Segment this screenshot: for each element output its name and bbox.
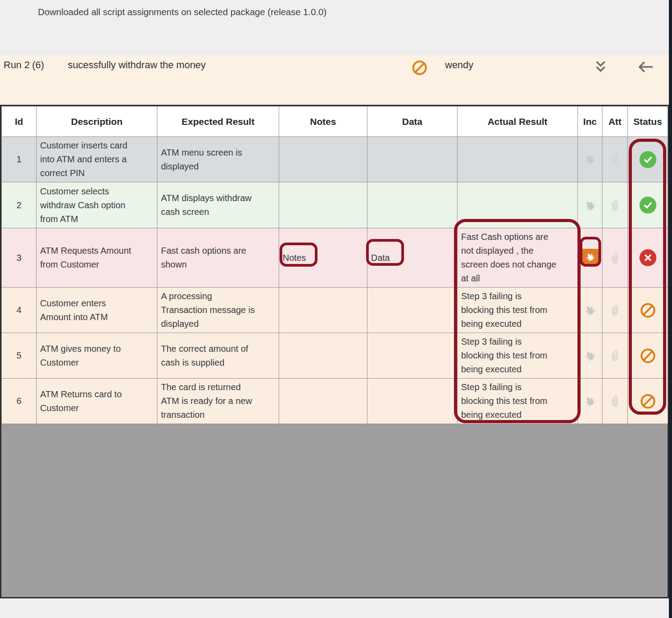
- step-description: ATM Returns card to Customer: [37, 379, 157, 424]
- download-status-message: Downloaded all script assignments on sel…: [38, 7, 326, 17]
- table-row[interactable]: 6 ATM Returns card to Customer The card …: [2, 379, 668, 424]
- tester-name: wendy: [445, 59, 474, 71]
- step-actual-result: Step 3 failing is blocking this test fro…: [458, 379, 578, 424]
- step-id: 5: [2, 333, 37, 379]
- step-actual-result: Step 3 failing is blocking this test fro…: [458, 288, 578, 333]
- status-cell[interactable]: [628, 137, 668, 182]
- incident-cell[interactable]: [578, 137, 602, 182]
- bug-icon: [581, 196, 599, 215]
- status-cell[interactable]: [628, 182, 668, 228]
- step-actual-result: [458, 182, 578, 228]
- step-expected-result: The card is returned ATM is ready for a …: [157, 379, 279, 424]
- table-row[interactable]: 3 ATM Requests Amount from Customer Fast…: [2, 228, 668, 288]
- paperclip-icon: [608, 304, 622, 317]
- step-data[interactable]: [367, 288, 458, 333]
- step-notes[interactable]: [279, 288, 367, 333]
- step-notes[interactable]: [279, 137, 367, 182]
- run-title: sucessfully withdraw the money: [68, 59, 206, 71]
- step-description: Customer enters Amount into ATM: [37, 288, 157, 333]
- paperclip-icon: [608, 251, 622, 265]
- step-expected-result: The correct amount of cash is supplied: [157, 333, 279, 379]
- col-header-notes: Notes: [279, 107, 367, 137]
- col-header-description: Description: [37, 107, 157, 137]
- step-actual-result: Step 3 failing is blocking this test fro…: [458, 333, 578, 379]
- incident-cell[interactable]: [578, 333, 602, 379]
- paperclip-icon: [608, 199, 622, 212]
- col-header-expected-result: Expected Result: [157, 107, 279, 137]
- step-id: 1: [2, 137, 37, 182]
- status-cell[interactable]: [628, 333, 668, 379]
- no-entry-icon: [639, 301, 657, 319]
- step-data[interactable]: [367, 379, 458, 424]
- col-header-att: Att: [602, 107, 628, 137]
- attachment-cell[interactable]: [602, 379, 628, 424]
- status-cell[interactable]: [628, 379, 668, 424]
- test-steps-grid: Id Description Expected Result Notes Dat…: [0, 105, 669, 598]
- incident-cell[interactable]: [578, 288, 602, 333]
- run-header-bar: Run 2 (6) sucessfully withdraw the money…: [0, 56, 669, 105]
- bug-icon-active[interactable]: [581, 249, 598, 266]
- attachment-cell[interactable]: [602, 182, 628, 228]
- step-id: 6: [2, 379, 37, 424]
- step-expected-result: A processing Transaction message is disp…: [157, 288, 279, 333]
- step-data-link[interactable]: Data: [367, 228, 458, 288]
- step-data[interactable]: [367, 333, 458, 379]
- bug-icon: [581, 301, 599, 320]
- no-entry-icon: [639, 347, 657, 365]
- run-step-count: (6): [32, 59, 44, 71]
- attachment-cell[interactable]: [602, 333, 628, 379]
- step-description: ATM gives money to Customer: [37, 333, 157, 379]
- status-cell[interactable]: [628, 288, 668, 333]
- right-edge-strip: [669, 0, 672, 618]
- top-status-bar: Downloaded all script assignments on sel…: [0, 0, 669, 53]
- paperclip-icon: [608, 153, 622, 166]
- bottom-strip: [0, 598, 669, 618]
- step-description: ATM Requests Amount from Customer: [37, 228, 157, 288]
- step-id: 3: [2, 228, 37, 288]
- step-expected-result: ATM displays withdraw cash screen: [157, 182, 279, 228]
- step-data[interactable]: [367, 182, 458, 228]
- step-actual-result: Fast Cash options are not displayed , th…: [458, 228, 578, 288]
- col-header-actual-result: Actual Result: [458, 107, 578, 137]
- run-label: Run 2: [4, 59, 30, 71]
- step-actual-result: [458, 137, 578, 182]
- table-row[interactable]: 1 Customer inserts card into ATM and ent…: [2, 137, 668, 182]
- step-description: Customer inserts card into ATM and enter…: [37, 137, 157, 182]
- paperclip-icon: [608, 349, 622, 363]
- incident-cell[interactable]: [578, 379, 602, 424]
- table-row[interactable]: 4 Customer enters Amount into ATM A proc…: [2, 288, 668, 333]
- step-description: Customer selects withdraw Cash option fr…: [37, 182, 157, 228]
- col-header-status: Status: [628, 107, 668, 137]
- col-header-id: Id: [2, 107, 37, 137]
- table-row[interactable]: 2 Customer selects withdraw Cash option …: [2, 182, 668, 228]
- check-circle-icon: [639, 197, 656, 214]
- step-notes[interactable]: [279, 379, 367, 424]
- table-header-row: Id Description Expected Result Notes Dat…: [2, 107, 668, 137]
- attachment-cell[interactable]: [602, 137, 628, 182]
- left-arrow-icon[interactable]: [637, 59, 654, 74]
- status-cell[interactable]: [628, 228, 668, 288]
- step-notes-link[interactable]: Notes: [279, 228, 367, 288]
- check-circle-icon: [639, 151, 656, 168]
- col-header-data: Data: [367, 107, 458, 137]
- incident-cell[interactable]: [578, 228, 602, 288]
- attachment-cell[interactable]: [602, 288, 628, 333]
- test-run-screen: Downloaded all script assignments on sel…: [0, 0, 672, 618]
- step-expected-result: ATM menu screen is displayed: [157, 137, 279, 182]
- x-circle-icon: [639, 249, 656, 266]
- double-chevron-down-icon[interactable]: [593, 59, 608, 74]
- no-entry-icon: [411, 59, 428, 76]
- test-steps-table: Id Description Expected Result Notes Dat…: [1, 106, 668, 424]
- step-data[interactable]: [367, 137, 458, 182]
- col-header-inc: Inc: [578, 107, 602, 137]
- paperclip-icon: [608, 395, 622, 408]
- no-entry-icon: [639, 392, 657, 410]
- attachment-cell[interactable]: [602, 228, 628, 288]
- incident-cell[interactable]: [578, 182, 602, 228]
- bug-icon: [581, 392, 599, 411]
- step-notes[interactable]: [279, 333, 367, 379]
- table-row[interactable]: 5 ATM gives money to Customer The correc…: [2, 333, 668, 379]
- step-notes[interactable]: [279, 182, 367, 228]
- bug-icon: [581, 346, 599, 365]
- step-id: 4: [2, 288, 37, 333]
